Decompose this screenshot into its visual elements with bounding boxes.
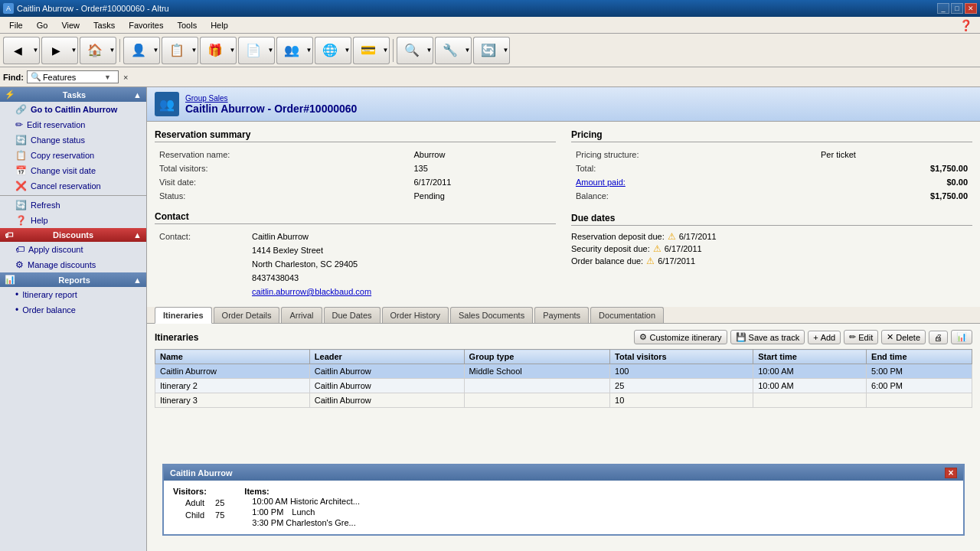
cell-leader: Caitlin Aburrow <box>309 364 464 379</box>
edit-itinerary-button[interactable]: ✏ Edit <box>844 330 878 344</box>
dialog-close-button[interactable]: × <box>945 468 957 478</box>
table-row: Reservation name: Aburrow <box>156 148 554 161</box>
sidebar-item-cancel-reservation[interactable]: ❌ Cancel reservation <box>0 178 146 194</box>
refresh-button[interactable]: 🔄 <box>473 37 502 64</box>
title-bar-buttons[interactable]: _ □ ✕ <box>937 3 977 14</box>
sidebar-item-label: Go to Caitlin Aburrow <box>31 105 117 114</box>
breadcrumb-link[interactable]: Group Sales <box>185 94 228 103</box>
group-dropdown[interactable]: ▼ <box>305 37 313 64</box>
settings-dropdown[interactable]: ▼ <box>464 37 472 64</box>
tab-sales-documents[interactable]: Sales Documents <box>450 307 533 323</box>
search-dropdown[interactable]: ▼ <box>426 37 433 64</box>
warning-icon: ⚠ <box>646 256 655 266</box>
goto-icon: 🔗 <box>15 104 27 115</box>
sidebar-item-copy-reservation[interactable]: 📋 Copy reservation <box>0 148 146 163</box>
tab-due-dates[interactable]: Due Dates <box>324 307 381 323</box>
find-input[interactable] <box>43 73 104 82</box>
contact-email-link[interactable]: caitlin.aburrow@blackbaud.com <box>252 287 371 296</box>
sidebar-item-order-balance[interactable]: • Order balance <box>0 302 146 318</box>
menu-help[interactable]: Help <box>204 19 234 31</box>
home-dropdown[interactable]: ▼ <box>109 37 116 64</box>
toolbar: ◀ ▼ ▶ ▼ 🏠 ▼ 👤 ▼ 📋 ▼ 🎁 ▼ 📄 ▼ 👥 ▼ 🌐 ▼ 💳 ▼ … <box>0 34 980 67</box>
help-icon[interactable]: ❓ <box>955 18 977 33</box>
menu-go[interactable]: Go <box>31 19 54 31</box>
home-button[interactable]: 🏠 <box>80 37 109 64</box>
tab-payments[interactable]: Payments <box>534 307 589 323</box>
constituent-dropdown[interactable]: ▼ <box>152 37 160 64</box>
donation-button[interactable]: 🎁 <box>200 37 229 64</box>
discounts-collapse-icon[interactable]: ▲ <box>133 230 142 240</box>
table-row[interactable]: Itinerary 3 Caitlin Aburrow 10 <box>155 393 972 408</box>
settings-button[interactable]: 🔧 <box>435 37 464 64</box>
tab-itineraries[interactable]: Itineraries <box>155 307 212 324</box>
amount-paid-link[interactable]: Amount paid: <box>576 178 626 187</box>
back-button[interactable]: ◀ <box>3 37 32 64</box>
contact-addr-line1: 1414 Bexley Street <box>249 244 554 256</box>
sidebar-item-change-status[interactable]: 🔄 Change status <box>0 132 146 148</box>
sidebar-item-apply-discount[interactable]: 🏷 Apply discount <box>0 242 146 257</box>
group-button[interactable]: 👥 <box>276 37 305 64</box>
pricing-structure-label: Pricing structure: <box>573 148 816 161</box>
maximize-button[interactable]: □ <box>951 3 963 14</box>
field-value: 135 <box>410 162 554 174</box>
web-button[interactable]: 🌐 <box>315 37 344 64</box>
find-input-container[interactable]: 🔍 ▼ <box>27 70 119 83</box>
sidebar-reports-header[interactable]: 📊 Reports ▲ <box>0 272 146 287</box>
menu-favorites[interactable]: Favorites <box>122 19 169 31</box>
constituent-button[interactable]: 👤 <box>123 37 152 64</box>
col-group-type: Group type <box>464 350 609 364</box>
tab-order-details[interactable]: Order Details <box>214 307 280 323</box>
menu-tools[interactable]: Tools <box>171 19 203 31</box>
add-itinerary-button[interactable]: + Add <box>808 331 841 344</box>
membership-dropdown[interactable]: ▼ <box>191 37 198 64</box>
search-button[interactable]: 🔍 <box>397 37 426 64</box>
tab-arrival[interactable]: Arrival <box>281 307 322 323</box>
sidebar-item-manage-discounts[interactable]: ⚙ Manage discounts <box>0 257 146 272</box>
membership-button[interactable]: 📋 <box>162 37 191 64</box>
payment-dropdown[interactable]: ▼ <box>382 37 390 64</box>
cell-leader: Caitlin Aburrow <box>309 379 464 393</box>
table-row[interactable]: Caitlin Aburrow Caitlin Aburrow Middle S… <box>155 364 972 379</box>
minimize-button[interactable]: _ <box>937 3 949 14</box>
web-dropdown[interactable]: ▼ <box>344 37 351 64</box>
cell-start-time <box>753 393 867 408</box>
export-itinerary-button[interactable]: 📊 <box>951 330 972 344</box>
balance-value: $1,750.00 <box>818 190 971 202</box>
find-close-button[interactable]: × <box>122 73 129 82</box>
total-value: $1,750.00 <box>818 162 971 174</box>
tab-order-history[interactable]: Order History <box>382 307 449 323</box>
forward-button[interactable]: ▶ <box>41 37 70 64</box>
contact-addr-line2: North Charleston, SC 29405 <box>249 258 554 270</box>
menu-tasks[interactable]: Tasks <box>87 19 121 31</box>
tab-documentation[interactable]: Documentation <box>590 307 664 323</box>
menu-file[interactable]: File <box>3 19 29 31</box>
customize-icon: ⚙ <box>639 332 647 342</box>
customize-itinerary-button[interactable]: ⚙ Customize itinerary <box>634 330 727 344</box>
customize-label: Customize itinerary <box>649 333 721 342</box>
reports-collapse-icon[interactable]: ▲ <box>133 276 142 285</box>
sidebar-item-itinerary-report[interactable]: • Itinerary report <box>0 287 146 302</box>
table-row[interactable]: Itinerary 2 Caitlin Aburrow 25 10:00 AM … <box>155 379 972 393</box>
refresh-dropdown[interactable]: ▼ <box>502 37 510 64</box>
sidebar-tasks-header[interactable]: ⚡ Tasks ▲ <box>0 87 146 102</box>
sidebar-item-change-visit-date[interactable]: 📅 Change visit date <box>0 163 146 178</box>
contact-email[interactable]: caitlin.aburrow@blackbaud.com <box>249 285 554 298</box>
payment-button[interactable]: 💳 <box>353 37 382 64</box>
forward-dropdown[interactable]: ▼ <box>70 37 78 64</box>
sidebar-discounts-header[interactable]: 🏷 Discounts ▲ <box>0 228 146 242</box>
document-dropdown[interactable]: ▼ <box>267 37 275 64</box>
sidebar-item-help[interactable]: ❓ Help <box>0 213 146 228</box>
sidebar-item-edit-reservation[interactable]: ✏ Edit reservation <box>0 117 146 132</box>
print-itinerary-button[interactable]: 🖨 <box>929 331 948 344</box>
menu-view[interactable]: View <box>55 19 86 31</box>
donation-dropdown[interactable]: ▼ <box>229 37 237 64</box>
reports-icon: 📊 <box>5 275 15 285</box>
tasks-collapse-icon[interactable]: ▲ <box>133 90 142 99</box>
back-dropdown[interactable]: ▼ <box>32 37 40 64</box>
document-button[interactable]: 📄 <box>238 37 267 64</box>
close-button[interactable]: ✕ <box>965 3 977 14</box>
sidebar-item-goto-caitlin[interactable]: 🔗 Go to Caitlin Aburrow <box>0 102 146 117</box>
save-as-track-button[interactable]: 💾 Save as track <box>730 330 805 344</box>
delete-itinerary-button[interactable]: ✕ Delete <box>881 330 926 344</box>
sidebar-item-refresh[interactable]: 🔄 Refresh <box>0 197 146 213</box>
